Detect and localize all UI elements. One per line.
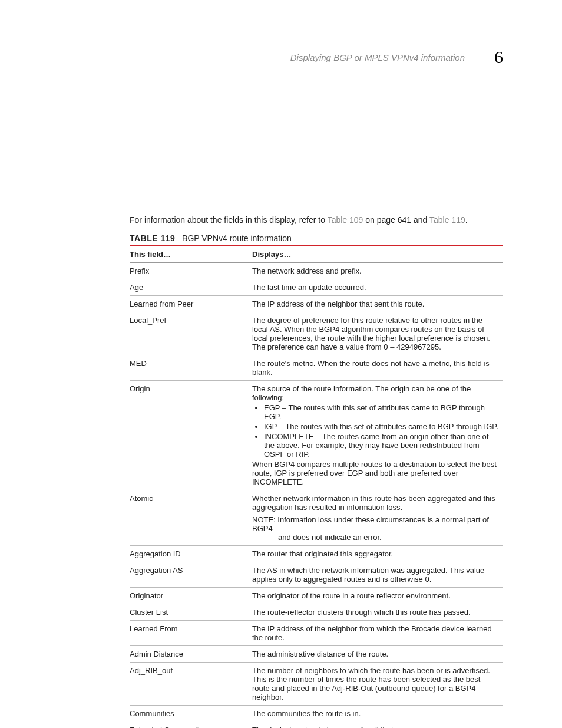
field-desc: The route-reflector clusters through whi…	[252, 604, 503, 620]
intro-pre: For information about the fields in this…	[130, 215, 328, 225]
table-row: Extended Community The device's extended…	[130, 722, 503, 728]
origin-egp: EGP – The routes with this set of attrib…	[264, 403, 498, 421]
note-body-2: and does not indicate an error.	[278, 533, 498, 542]
table-row: Atomic Whether network information in th…	[130, 490, 503, 545]
field-desc: The AS in which the network information …	[252, 562, 503, 587]
field-name: Age	[130, 279, 252, 295]
field-desc: The router that originated this aggregat…	[252, 545, 503, 562]
field-desc: The originator of the route in a route r…	[252, 587, 503, 604]
field-desc: The route's metric. When the route does …	[252, 355, 503, 380]
table-caption-text: BGP VPNv4 route information	[182, 233, 292, 243]
field-name: Adj_RIB_out	[130, 662, 252, 705]
table-row: Age The last time an update occurred.	[130, 279, 503, 295]
table-caption-label: TABLE 119	[130, 233, 175, 243]
field-name: Communities	[130, 705, 252, 722]
atomic-note: NOTE: Information loss under these circu…	[252, 515, 498, 542]
header: Displaying BGP or MPLS VPNv4 information…	[130, 47, 503, 67]
field-name: Prefix	[130, 262, 252, 279]
field-name: Cluster List	[130, 604, 252, 620]
field-desc: The number of neighbors to which the rou…	[252, 662, 503, 705]
field-desc: The communities the route is in.	[252, 705, 503, 722]
field-name: MED	[130, 355, 252, 380]
table-row: Prefix The network address and prefix.	[130, 262, 503, 279]
table-119-link[interactable]: Table 119	[429, 215, 465, 225]
field-name: Local_Pref	[130, 312, 252, 355]
field-desc: The degree of preference for this route …	[252, 312, 503, 355]
chapter-number: 6	[494, 47, 503, 67]
table-row: Communities The communities the route is…	[130, 705, 503, 722]
col-field: This field…	[130, 246, 252, 263]
table-header-row: This field… Displays…	[130, 246, 503, 263]
field-name: Originator	[130, 587, 252, 604]
table-row: Cluster List The route-reflector cluster…	[130, 604, 503, 620]
table-row: Origin The source of the route informati…	[130, 380, 503, 490]
atomic-line1: Whether network information in this rout…	[252, 494, 495, 512]
table-row: Learned From The IP address of the neigh…	[130, 620, 503, 645]
origin-list: EGP – The routes with this set of attrib…	[264, 403, 498, 459]
field-desc: The device's extended community attribut…	[252, 722, 503, 728]
origin-incomplete: INCOMPLETE – The routes came from an ori…	[264, 432, 498, 459]
field-desc: The IP address of the neighbor that sent…	[252, 295, 503, 312]
field-desc: The last time an update occurred.	[252, 279, 503, 295]
field-desc: Whether network information in this rout…	[252, 490, 503, 545]
table-109-link[interactable]: Table 109	[328, 215, 363, 225]
table-row: Local_Pref The degree of preference for …	[130, 312, 503, 355]
field-name: Aggregation ID	[130, 545, 252, 562]
page: Displaying BGP or MPLS VPNv4 information…	[0, 0, 562, 728]
table-row: Adj_RIB_out The number of neighbors to w…	[130, 662, 503, 705]
intro-mid: on page 641 and	[363, 215, 429, 225]
field-name: Learned From	[130, 620, 252, 645]
intro-paragraph: For information about the fields in this…	[130, 215, 503, 226]
section-title: Displaying BGP or MPLS VPNv4 information	[290, 52, 465, 62]
field-name: Extended Community	[130, 722, 252, 728]
field-desc: The network address and prefix.	[252, 262, 503, 279]
field-name: Admin Distance	[130, 645, 252, 662]
origin-igp: IGP – The routes with this set of attrib…	[264, 422, 498, 431]
route-info-table: This field… Displays… Prefix The network…	[130, 245, 503, 728]
table-caption: TABLE 119 BGP VPNv4 route information	[130, 233, 503, 243]
field-desc: The IP address of the neighbor from whic…	[252, 620, 503, 645]
field-desc: The source of the route information. The…	[252, 380, 503, 490]
field-name: Aggregation AS	[130, 562, 252, 587]
note-label: NOTE:	[252, 515, 276, 524]
intro-post: .	[465, 215, 468, 225]
field-desc: The administrative distance of the route…	[252, 645, 503, 662]
field-name: Atomic	[130, 490, 252, 545]
table-row: Learned from Peer The IP address of the …	[130, 295, 503, 312]
origin-trail: When BGP4 compares multiple routes to a …	[252, 460, 497, 486]
table-row: MED The route's metric. When the route d…	[130, 355, 503, 380]
field-name: Learned from Peer	[130, 295, 252, 312]
table-row: Originator The originator of the route i…	[130, 587, 503, 604]
col-displays: Displays…	[252, 246, 503, 263]
table-row: Aggregation ID The router that originate…	[130, 545, 503, 562]
table-row: Admin Distance The administrative distan…	[130, 645, 503, 662]
table-row: Aggregation AS The AS in which the netwo…	[130, 562, 503, 587]
field-name: Origin	[130, 380, 252, 490]
note-body-1: Information loss under these circumstanc…	[252, 515, 489, 533]
origin-lead: The source of the route information. The…	[252, 384, 471, 402]
